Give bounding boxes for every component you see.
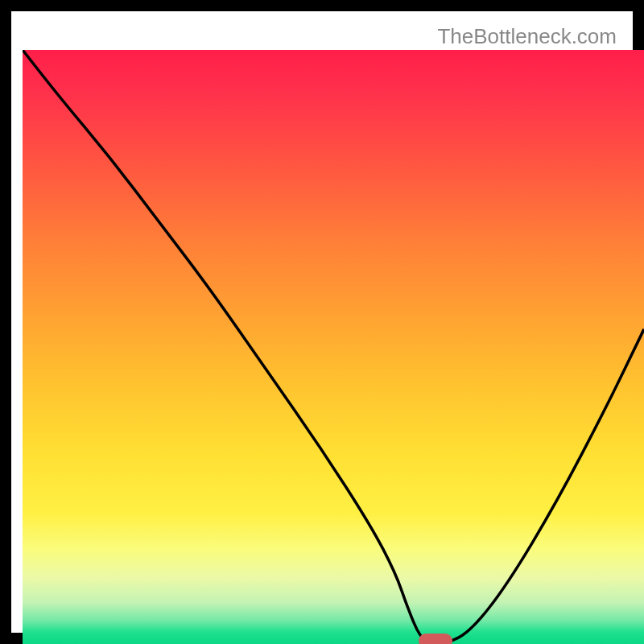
- bottleneck-curve: [23, 50, 644, 644]
- chart-frame: TheBottleneck.com: [0, 0, 644, 644]
- plot-area: [23, 50, 644, 644]
- curve-svg: [23, 50, 644, 644]
- watermark-text: TheBottleneck.com: [437, 24, 617, 49]
- optimal-point-marker: [419, 634, 452, 644]
